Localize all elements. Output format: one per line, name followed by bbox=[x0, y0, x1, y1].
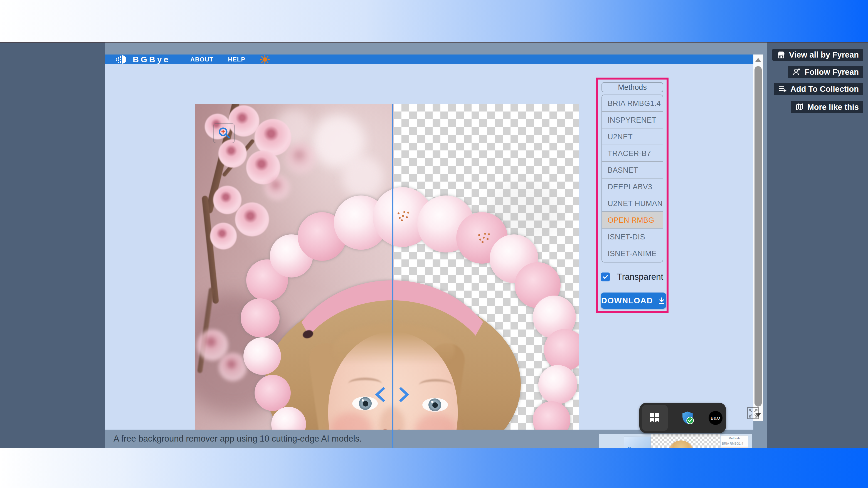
download-icon bbox=[657, 296, 666, 305]
fullscreen-button[interactable] bbox=[746, 406, 760, 420]
method-option-inspyrenet[interactable]: INSPYRENET bbox=[602, 112, 663, 128]
storefront-icon bbox=[777, 51, 786, 59]
list-add-icon bbox=[778, 85, 787, 93]
methods-panel: Methods BRIA RMBG1.4 INSPYRENET U2NET TR… bbox=[596, 77, 669, 313]
right-eye bbox=[422, 398, 448, 412]
scrollbar[interactable] bbox=[753, 55, 763, 421]
thumbnail-methods-title: Methods bbox=[721, 436, 748, 440]
more-like-this-label: More like this bbox=[807, 103, 859, 112]
sun-icon bbox=[260, 55, 270, 65]
method-option-isnet-dis[interactable]: ISNET-DIS bbox=[602, 229, 663, 245]
magnifier-icon bbox=[218, 127, 232, 141]
follow-label: Follow Fyrean bbox=[805, 68, 859, 77]
method-option-isnet-anime[interactable]: ISNET-ANIME bbox=[602, 245, 663, 262]
download-label: DOWNLOAD bbox=[601, 296, 653, 305]
bang-olufsen-icon: B&O bbox=[711, 416, 720, 420]
scrollbar-thumb[interactable] bbox=[754, 66, 762, 406]
transparent-checkbox-row[interactable]: Transparent bbox=[601, 272, 663, 282]
download-button[interactable]: DOWNLOAD bbox=[601, 293, 666, 308]
app-content-area: Methods BRIA RMBG1.4 INSPYRENET U2NET TR… bbox=[105, 64, 753, 430]
bgbye-app-frame: BGBye ABOUT HELP bbox=[105, 42, 767, 448]
app-title: BGBye bbox=[133, 55, 170, 64]
page-root: BGBye ABOUT HELP bbox=[0, 0, 868, 488]
more-like-this-button[interactable]: More like this bbox=[790, 101, 863, 113]
person-add-icon bbox=[792, 68, 801, 76]
checkmark-icon bbox=[602, 273, 609, 280]
method-option-open-rmbg[interactable]: OPEN RMBG bbox=[602, 212, 663, 229]
zoom-control[interactable] bbox=[213, 123, 235, 143]
slider-right-chevron[interactable] bbox=[397, 386, 411, 403]
nav-about[interactable]: ABOUT bbox=[190, 56, 213, 63]
add-to-collection-button[interactable]: Add To Collection bbox=[774, 83, 863, 95]
transparent-label: Transparent bbox=[617, 272, 663, 282]
method-option-u2net-human[interactable]: U2NET HUMAN bbox=[602, 195, 663, 212]
follow-button[interactable]: Follow Fyrean bbox=[788, 66, 863, 78]
view-all-button[interactable]: View all by Fyrean bbox=[772, 48, 863, 61]
app-description: A free background remover app using 10 c… bbox=[114, 434, 362, 444]
slider-left-chevron[interactable] bbox=[374, 386, 388, 403]
windows-security-button[interactable] bbox=[681, 411, 695, 425]
nav-help[interactable]: HELP bbox=[228, 56, 245, 63]
thumbnail-method-row: BRIA RMBG1.4 bbox=[721, 440, 748, 447]
pinned-app-button[interactable] bbox=[642, 405, 668, 431]
view-all-label: View all by Fyrean bbox=[789, 50, 859, 60]
transparent-checkbox[interactable] bbox=[601, 272, 610, 282]
floating-taskbar: B&O bbox=[639, 403, 726, 433]
windows-security-icon bbox=[681, 411, 695, 425]
bang-olufsen-button[interactable]: B&O bbox=[709, 411, 722, 425]
bottom-gradient-banner bbox=[0, 448, 868, 488]
method-option-bria[interactable]: BRIA RMBG1.4 bbox=[602, 95, 663, 112]
comparison-viewer[interactable] bbox=[195, 104, 579, 449]
add-to-collection-label: Add To Collection bbox=[790, 85, 859, 94]
methods-panel-title: Methods bbox=[601, 82, 663, 92]
top-gradient-banner bbox=[0, 0, 868, 42]
pinned-app-icon bbox=[650, 413, 660, 423]
bgbye-logo-icon bbox=[116, 55, 130, 64]
scrollbar-up-arrow[interactable] bbox=[755, 58, 761, 62]
compare-slider-line[interactable] bbox=[392, 104, 393, 449]
method-option-tracer[interactable]: TRACER-B7 bbox=[602, 145, 663, 162]
app-logo[interactable]: BGBye bbox=[116, 55, 170, 64]
methods-list: BRIA RMBG1.4 INSPYRENET U2NET TRACER-B7 … bbox=[601, 95, 663, 262]
theme-toggle[interactable] bbox=[260, 55, 270, 65]
method-option-basnet[interactable]: BASNET bbox=[602, 162, 663, 178]
expand-icon bbox=[746, 406, 760, 420]
method-option-deeplabv3[interactable]: DEEPLABV3 bbox=[602, 178, 663, 195]
map-icon bbox=[795, 103, 804, 111]
app-header: BGBye ABOUT HELP bbox=[105, 55, 753, 64]
method-option-u2net[interactable]: U2NET bbox=[602, 128, 663, 145]
